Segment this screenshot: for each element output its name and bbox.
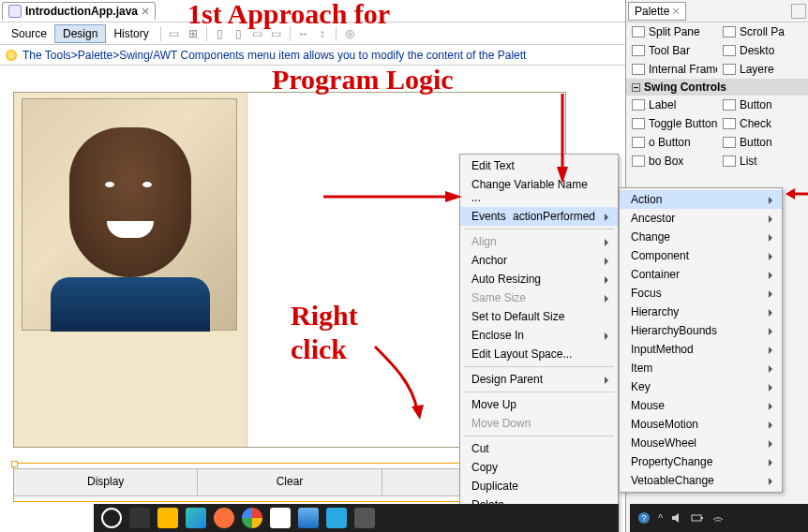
align-right-icon[interactable]: ▯ xyxy=(230,24,248,43)
event-hierarchy-bounds[interactable]: HierarchyBounds xyxy=(620,321,782,340)
event-key[interactable]: Key xyxy=(620,377,782,396)
event-ancestor[interactable]: Ancestor xyxy=(620,209,782,228)
event-hierarchy[interactable]: Hierarchy xyxy=(620,303,782,321)
design-mode-button[interactable]: Design xyxy=(54,24,106,43)
palette-item-scroll-pane[interactable]: Scroll Pa xyxy=(717,22,808,41)
events-submenu: Action Ancestor Change Component Contain… xyxy=(619,187,783,493)
event-item[interactable]: Item xyxy=(620,359,782,377)
tray-chevron-up-icon[interactable]: ^ xyxy=(658,512,663,524)
ctx-copy[interactable]: Copy xyxy=(460,458,618,477)
event-input-method[interactable]: InputMethod xyxy=(620,340,782,359)
firefox-icon[interactable] xyxy=(214,508,234,528)
resize-h-icon[interactable]: ↔ xyxy=(294,24,313,43)
palette-item-toggle-button[interactable]: Toggle Button xyxy=(626,114,717,133)
event-mouse[interactable]: Mouse xyxy=(620,396,782,415)
palette-section-swing-controls[interactable]: –Swing Controls xyxy=(626,79,808,96)
align-bottom-icon[interactable]: ▭ xyxy=(267,24,286,43)
button-icon xyxy=(723,99,736,111)
desktop-pane-icon xyxy=(723,45,736,56)
selection-mode-icon[interactable]: ▭ xyxy=(165,24,184,43)
photo-face xyxy=(69,127,191,277)
event-container[interactable]: Container xyxy=(620,265,782,284)
ctx-edit-text[interactable]: Edit Text xyxy=(460,156,618,175)
event-change[interactable]: Change xyxy=(620,228,782,246)
toggle-button-icon xyxy=(632,118,645,129)
app-icon-2[interactable] xyxy=(354,508,375,528)
ctx-move-up[interactable]: Move Up xyxy=(460,395,618,414)
palette-item-tool-bar[interactable]: Tool Bar xyxy=(626,41,717,60)
palette-list: Split Pane Scroll Pa Tool Bar Deskto Int… xyxy=(626,22,808,170)
palette-title: Palette xyxy=(635,5,669,18)
cortana-icon[interactable] xyxy=(101,508,122,528)
event-action[interactable]: Action xyxy=(620,190,782,209)
ctx-duplicate[interactable]: Duplicate xyxy=(460,477,618,495)
task-view-icon[interactable] xyxy=(129,508,150,528)
palette-item-check-box[interactable]: Check xyxy=(717,114,808,133)
combo-box-icon xyxy=(632,155,645,167)
tip-text: The Tools>Palette>Swing/AWT Components m… xyxy=(22,49,526,62)
ctx-anchor[interactable]: Anchor xyxy=(460,251,618,270)
minimize-icon[interactable] xyxy=(791,4,806,19)
ctx-change-variable-name[interactable]: Change Variable Name ... xyxy=(460,175,618,207)
palette-item-combo-box[interactable]: bo Box xyxy=(626,152,717,170)
file-explorer-icon[interactable] xyxy=(157,508,178,528)
windows-taskbar xyxy=(94,504,619,532)
preview-icon[interactable]: ◎ xyxy=(340,24,359,43)
ctx-design-parent[interactable]: Design Parent xyxy=(460,370,618,389)
ctx-edit-layout-space[interactable]: Edit Layout Space... xyxy=(460,345,618,363)
volume-icon[interactable] xyxy=(670,511,683,525)
layered-pane-icon xyxy=(723,64,736,75)
palette-item-layered-pane[interactable]: Layere xyxy=(717,60,808,79)
close-icon[interactable] xyxy=(672,7,680,15)
ctx-enclose-in[interactable]: Enclose In xyxy=(460,326,618,345)
ctx-cut[interactable]: Cut xyxy=(460,439,618,458)
source-mode-button[interactable]: Source xyxy=(4,25,54,42)
palette-item-desktop-pane[interactable]: Deskto xyxy=(717,41,808,60)
event-focus[interactable]: Focus xyxy=(620,284,782,303)
battery-icon[interactable] xyxy=(691,511,704,525)
ctx-events[interactable]: Events actionPerformed xyxy=(460,207,618,226)
history-mode-button[interactable]: History xyxy=(106,25,156,42)
ctx-auto-resizing[interactable]: Auto Resizing xyxy=(460,270,618,288)
align-left-icon[interactable]: ▯ xyxy=(211,24,230,43)
app-icon-1[interactable] xyxy=(326,508,347,528)
align-top-icon[interactable]: ▭ xyxy=(248,24,267,43)
connection-mode-icon[interactable]: ⊞ xyxy=(184,24,202,43)
list-icon xyxy=(723,155,736,167)
ctx-set-default-size[interactable]: Set to Default Size xyxy=(460,307,618,326)
svg-text:?: ? xyxy=(641,513,646,523)
ctx-move-down: Move Down xyxy=(460,414,618,433)
wifi-icon[interactable] xyxy=(711,511,725,525)
event-property-change[interactable]: PropertyChange xyxy=(620,452,782,471)
palette-item-radio-button[interactable]: o Button xyxy=(626,133,717,152)
palette-item-split-pane[interactable]: Split Pane xyxy=(626,22,717,41)
resize-v-icon[interactable]: ↕ xyxy=(313,24,332,43)
event-mouse-wheel[interactable]: MouseWheel xyxy=(620,434,782,452)
paint-icon[interactable] xyxy=(270,508,291,528)
palette-item-button[interactable]: Button xyxy=(717,96,808,114)
palette-item-internal-frame[interactable]: Internal Frame xyxy=(626,60,717,79)
button-group-icon xyxy=(723,137,736,148)
system-tray: ? ^ xyxy=(630,504,808,532)
context-menu: Edit Text Change Variable Name ... Event… xyxy=(459,154,619,532)
palette-tab[interactable]: Palette xyxy=(628,2,686,21)
netbeans-icon[interactable] xyxy=(298,508,319,528)
ctx-align: Align xyxy=(460,232,618,251)
tool-bar-icon xyxy=(632,45,645,56)
help-tray-icon[interactable]: ? xyxy=(637,511,651,525)
editor-tab[interactable]: IntroductionApp.java xyxy=(2,2,156,20)
collapse-icon[interactable]: – xyxy=(632,83,640,92)
event-mouse-motion[interactable]: MouseMotion xyxy=(620,415,782,434)
event-component[interactable]: Component xyxy=(620,246,782,265)
event-vetoable-change[interactable]: VetoableChange xyxy=(620,471,782,490)
palette-item-button-group[interactable]: Button xyxy=(717,133,808,152)
chrome-icon[interactable] xyxy=(242,508,262,528)
split-pane-icon xyxy=(632,26,645,37)
close-tab-icon[interactable] xyxy=(142,7,149,15)
palette-item-label[interactable]: Label xyxy=(626,96,717,114)
internal-frame-icon xyxy=(632,64,645,75)
photo-label-component[interactable] xyxy=(22,98,237,331)
radio-button-icon xyxy=(632,137,645,148)
palette-item-list[interactable]: List xyxy=(717,152,808,170)
edge-icon[interactable] xyxy=(186,508,206,528)
